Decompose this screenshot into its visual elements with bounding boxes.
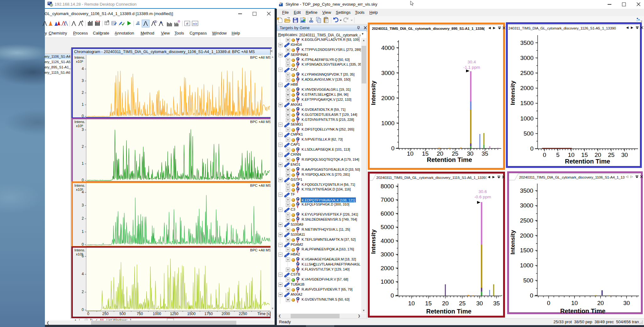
svg-text:Retention Time: Retention Time <box>560 308 605 314</box>
svg-text:20: 20 <box>597 300 604 306</box>
svg-text:3500: 3500 <box>520 187 533 194</box>
svg-text:30: 30 <box>623 300 630 306</box>
svg-text:0: 0 <box>547 300 550 306</box>
svg-text:0: 0 <box>530 292 533 299</box>
svg-text:500: 500 <box>523 277 533 284</box>
svg-text:3000: 3000 <box>520 202 533 209</box>
svg-text:2500: 2500 <box>520 217 533 224</box>
svg-text:2000: 2000 <box>520 232 533 239</box>
svg-text:1000: 1000 <box>520 262 533 269</box>
svg-text:1500: 1500 <box>520 247 533 254</box>
svg-text:10: 10 <box>571 300 578 306</box>
svg-text:Intensity: Intensity <box>509 230 516 255</box>
